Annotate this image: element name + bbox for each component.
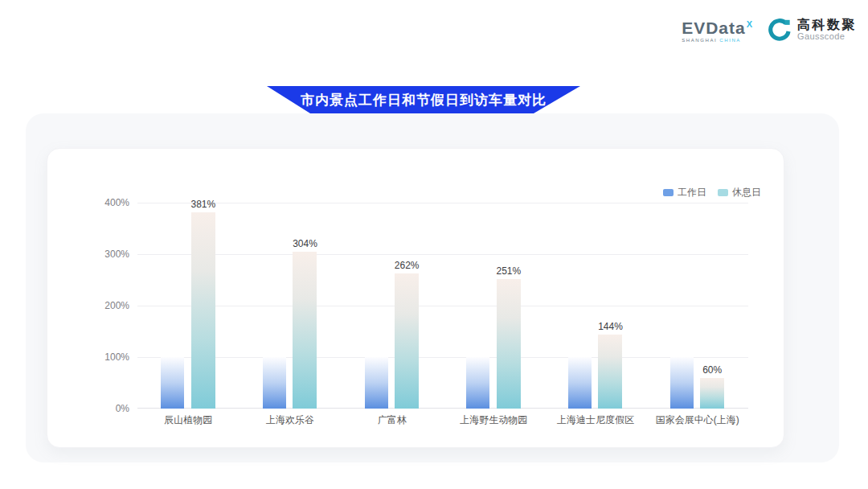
- bar-休息日-4: [598, 335, 622, 409]
- y-tick-label: 0%: [78, 403, 129, 414]
- category-label-0: 辰山植物园: [137, 413, 240, 427]
- bar-wrap: 262%: [395, 260, 420, 409]
- bar-wrap: [365, 357, 388, 409]
- bar-group-3: 251%: [443, 149, 545, 409]
- gausscode-icon: [768, 17, 792, 43]
- gausscode-text: 高科数聚 Gausscode: [797, 18, 857, 41]
- category-label-4: 上海迪士尼度假区: [545, 413, 647, 427]
- bar-wrap: 304%: [293, 238, 317, 409]
- category-label-1: 上海欢乐谷: [240, 413, 342, 427]
- y-tick-label: 400%: [78, 197, 129, 208]
- page: EVDataX SHANGHAICHINA 高科数聚 Gausscode 市内景…: [0, 0, 868, 489]
- bar-工作日-3: [466, 357, 489, 409]
- bar-工作日-2: [365, 357, 388, 409]
- bar-休息日-1: [293, 252, 317, 409]
- evdata-logo: EVDataX SHANGHAICHINA: [682, 16, 753, 43]
- evdata-text: EVData: [682, 18, 746, 37]
- bar-wrap: [568, 357, 592, 409]
- bar-wrap: 60%: [700, 364, 724, 409]
- bar-休息日-0: [191, 212, 215, 409]
- chart-title: 市内景点工作日和节假日到访车量对比: [301, 91, 547, 109]
- y-tick-label: 300%: [78, 249, 129, 260]
- category-label-5: 国家会展中心(上海): [646, 413, 748, 427]
- bar-休息日-2: [395, 273, 419, 409]
- bar-工作日-1: [263, 357, 286, 409]
- bar-wrap: [161, 357, 184, 409]
- y-tick-label: 100%: [78, 351, 129, 363]
- value-label: 60%: [702, 364, 722, 376]
- evdata-tagline: SHANGHAICHINA: [682, 38, 741, 43]
- bar-group-0: 381%: [137, 149, 240, 409]
- category-label-3: 上海野生动物园: [443, 413, 545, 427]
- value-label: 144%: [598, 321, 623, 332]
- bar-wrap: [670, 357, 694, 409]
- gausscode-logo: 高科数聚 Gausscode: [768, 17, 857, 43]
- bar-group-1: 304%: [240, 149, 342, 409]
- bar-wrap: 144%: [598, 321, 623, 409]
- plot-area: 381%304%262%251%144%60%: [137, 149, 748, 409]
- value-label: 262%: [395, 260, 420, 271]
- bar-group-4: 144%: [545, 149, 647, 409]
- evdata-wordmark: EVDataX: [682, 16, 753, 36]
- category-label-2: 广富林: [341, 413, 443, 427]
- gausscode-cn: 高科数聚: [797, 18, 857, 31]
- chart-panel: 工作日休息日 381%304%262%251%144%60% 0%100%200…: [26, 113, 839, 462]
- y-tick-label: 200%: [78, 300, 129, 311]
- bar-休息日-3: [497, 279, 521, 409]
- bar-wrap: 381%: [190, 199, 215, 409]
- value-label: 381%: [190, 199, 215, 210]
- bar-wrap: [466, 357, 489, 409]
- value-label: 304%: [293, 238, 317, 249]
- chart-title-banner: 市内景点工作日和节假日到访车量对比: [267, 86, 580, 113]
- header-logos: EVDataX SHANGHAICHINA 高科数聚 Gausscode: [682, 16, 857, 43]
- bar-wrap: 251%: [496, 265, 521, 409]
- bar-group-5: 60%: [646, 149, 748, 409]
- bar-工作日-4: [568, 357, 592, 409]
- bar-wrap: [263, 357, 286, 409]
- gausscode-en: Gausscode: [797, 31, 857, 41]
- bar-group-2: 262%: [341, 149, 443, 409]
- chart-card: 工作日休息日 381%304%262%251%144%60% 0%100%200…: [47, 148, 784, 448]
- bar-工作日-5: [670, 357, 694, 409]
- evdata-superscript-x: X: [747, 19, 753, 29]
- value-label: 251%: [496, 265, 521, 277]
- bar-休息日-5: [700, 378, 724, 409]
- bar-工作日-0: [161, 357, 184, 409]
